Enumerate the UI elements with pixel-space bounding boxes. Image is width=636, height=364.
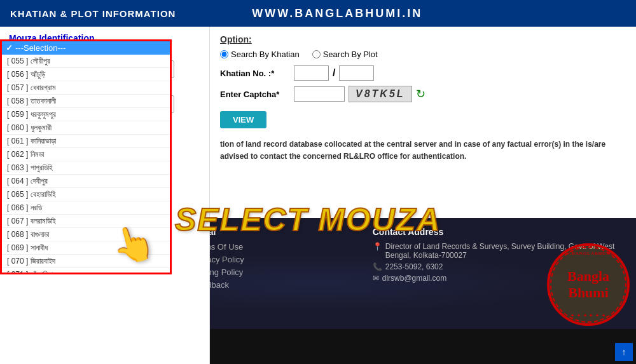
header: KHATIAN & PLOT INFORMATION WWW.BANGLABHU… [0, 0, 636, 27]
option-label: Option: [220, 34, 626, 44]
mouza-item-063[interactable]: [ 063 ] পাপুরডিহি [2, 161, 170, 175]
stamp-url-top: WWW.BANGLABHUMI.IN [555, 251, 621, 256]
mouza-item-071[interactable]: [ 071 ] কাঁচগড়িয়া [2, 268, 170, 274]
footer-legal-col: Legal Terms Of Use Privacy Policy Linkin… [193, 227, 360, 323]
footer-terms-link[interactable]: Terms Of Use [193, 242, 360, 252]
footer-linking-link[interactable]: Linking Policy [193, 267, 360, 277]
stamp-url-bottom: ✦ ✦ ✦ ✦ ✦ ✦ [570, 313, 606, 318]
mouza-item-064[interactable]: [ 064 ] দেবীপুর [2, 175, 170, 188]
khatian-no-row: Khatian No. :* / [220, 65, 626, 81]
khatian-no-input-2[interactable] [339, 65, 374, 81]
captcha-image: V8TK5L [349, 86, 412, 102]
mouza-item-059[interactable]: [ 059 ] ধরকুসুমপুর [2, 108, 170, 121]
view-button[interactable]: VIEW [220, 111, 266, 128]
header-title: KHATIAN & PLOT INFORMATION [10, 8, 176, 19]
plot-radio[interactable] [312, 50, 321, 58]
notice-text: tion of land record database collocated … [220, 138, 626, 163]
select-mouza-overlay: SELECT MOUZA [175, 201, 441, 238]
header-url: WWW.BANGLABHUMI.IN [252, 7, 422, 20]
khatian-radio[interactable] [220, 50, 228, 58]
search-options: Search By Khatian Search By Plot [220, 50, 626, 59]
khatian-no-input-1[interactable] [294, 65, 329, 81]
footer-privacy-link[interactable]: Privacy Policy [193, 255, 360, 264]
email-icon: ✉ [373, 274, 379, 283]
plot-radio-label[interactable]: Search By Plot [312, 50, 378, 59]
mouza-item-056[interactable]: [ 056 ] আঁচুড়ি [2, 68, 170, 81]
phone-icon: 📞 [373, 262, 382, 271]
captcha-row: Enter Captcha* V8TK5L ↻ [220, 86, 626, 102]
stamp-ring [550, 246, 626, 323]
mouza-item-065[interactable]: [ 065 ] বেহারাডিহি [2, 188, 170, 201]
captcha-label: Enter Captcha* [220, 90, 290, 99]
khatian-no-label: Khatian No. :* [220, 69, 290, 78]
mouza-item-055[interactable]: [ 055 ] লৌরীপুর [2, 55, 170, 68]
khatian-slash: / [333, 67, 335, 79]
mouza-item-062[interactable]: [ 062 ] নিমডা [2, 148, 170, 161]
pin-icon: 📍 [373, 242, 382, 260]
mouza-dropdown-header: ---Selection--- [2, 41, 170, 55]
mouza-item-057[interactable]: [ 057 ] ধেবারগ্রাম [2, 81, 170, 95]
mouza-item-060[interactable]: [ 060 ] ধুলকুমারী [2, 121, 170, 135]
banglabhumi-stamp: WWW.BANGLABHUMI.IN Bangla Bhumi ✦ ✦ ✦ ✦ … [547, 243, 630, 326]
mouza-item-061[interactable]: [ 061 ] কানিয়াভাড়া [2, 135, 170, 148]
captcha-refresh-button[interactable]: ↻ [416, 87, 425, 101]
footer-feedback-link[interactable]: Feedback [193, 280, 360, 290]
captcha-input[interactable] [294, 86, 345, 102]
khatian-radio-label[interactable]: Search By Khatian [220, 50, 300, 59]
mouza-item-066[interactable]: [ 066 ] নরডি [2, 201, 170, 215]
scroll-top-button[interactable]: ↑ [615, 343, 633, 361]
mouza-item-058[interactable]: [ 058 ] তাতকানালী [2, 95, 170, 108]
